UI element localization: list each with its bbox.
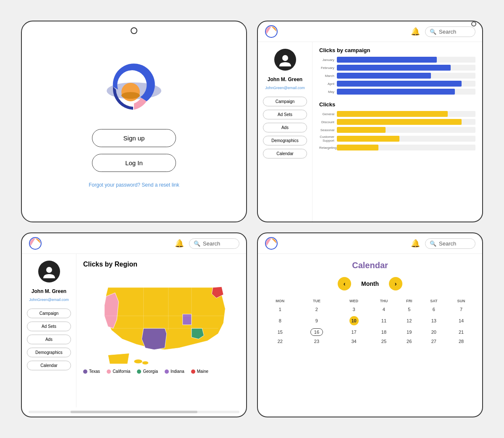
calendar-day[interactable]: 27 [420, 337, 447, 346]
calendar-day[interactable]: 4 [370, 305, 398, 314]
calendar-day[interactable]: 17 [338, 327, 370, 337]
calendar-day[interactable]: 6 [420, 305, 447, 314]
bar-fill [337, 127, 386, 133]
bar-track [337, 89, 475, 95]
chart-area: Clicks by campaign January February Marc… [312, 42, 482, 222]
user-name: John M. Green [268, 77, 302, 82]
bar-fill [337, 111, 448, 117]
calendar-day[interactable]: 1 [265, 305, 296, 314]
bar-track [337, 145, 475, 150]
calendar-day[interactable]: 8 [265, 314, 296, 327]
bar-label: January [319, 58, 334, 62]
calendar-day[interactable]: 28 [447, 337, 475, 346]
map-nav-campaign[interactable]: Campaign [27, 309, 71, 318]
calendar-day[interactable]: 22 [265, 337, 296, 346]
calendar-day[interactable]: 5 [398, 305, 420, 314]
login-tablet: Sign up Log In Forgot your password? Sen… [21, 21, 247, 222]
nav-ads[interactable]: Ads [263, 123, 307, 132]
signup-button[interactable]: Sign up [92, 129, 176, 147]
bar-fill [337, 136, 399, 142]
usa-map [83, 273, 239, 366]
day-header-thu: THU [370, 297, 398, 305]
map-tablet: 🔔 🔍 Search John M. Green JohnGreen@email… [21, 232, 247, 417]
map-bell-icon[interactable]: 🔔 [175, 239, 184, 248]
dashboard-header: 🔔 🔍 Search [258, 21, 482, 42]
svg-point-2 [121, 92, 140, 99]
calendar-day[interactable]: 23 [296, 337, 338, 346]
bar-fill [337, 81, 462, 87]
calendar-day[interactable]: 7 [447, 305, 475, 314]
calendar-day[interactable]: 11 [370, 314, 398, 327]
calendar-search-icon: 🔍 [430, 240, 436, 247]
map-nav-ads[interactable]: Ads [27, 335, 71, 344]
bar-fill [337, 65, 451, 71]
map-sidebar: John M. Green JohnGreen@email.com Campai… [22, 254, 76, 407]
search-box[interactable]: 🔍 Search [425, 26, 475, 37]
calendar-day[interactable]: 10 [338, 314, 370, 327]
bar-row: May [319, 89, 475, 95]
map-content: Clicks by Region [76, 254, 246, 407]
nav-calendar[interactable]: Calendar [263, 149, 307, 158]
bar-label: April [319, 82, 334, 86]
calendar-day[interactable]: 34 [338, 337, 370, 346]
calendar-header: 🔔 🔍 Search [258, 233, 482, 254]
sidebar: John M. Green JohnGreen@email.com Campai… [258, 42, 312, 222]
svg-point-9 [134, 359, 142, 364]
notification-bell-icon[interactable]: 🔔 [411, 27, 420, 36]
calendar-day[interactable]: 18 [370, 327, 398, 337]
calendar-day[interactable]: 20 [420, 327, 447, 337]
bar-label: May [319, 90, 334, 94]
calendar-search-box[interactable]: 🔍 Search [425, 238, 475, 249]
nav-demographics[interactable]: Demographics [263, 136, 307, 145]
legend-georgia: Georgia [137, 369, 158, 374]
svg-point-4 [269, 29, 273, 34]
bar-row: February [319, 65, 475, 71]
map-search-label: Search [203, 240, 220, 247]
map-nav-calendar[interactable]: Calendar [27, 361, 71, 370]
calendar-body: Calendar ‹ Month › MON TUE WED THU FRI S… [258, 254, 482, 417]
clicks-by-campaign-title: Clicks by campaign [319, 47, 475, 53]
search-icon: 🔍 [430, 29, 436, 35]
calendar-day[interactable]: 26 [398, 337, 420, 346]
calendar-bell-icon[interactable]: 🔔 [411, 239, 420, 248]
dashboard-tablet: 🔔 🔍 Search John M. Green JohnGreen@email… [257, 21, 483, 222]
calendar-day[interactable]: 12 [398, 314, 420, 327]
day-header-mon: MON [265, 297, 296, 305]
forgot-password-link[interactable]: Forgot your password? Send a reset link [89, 182, 179, 188]
prev-month-button[interactable]: ‹ [338, 277, 351, 290]
calendar-day[interactable]: 25 [370, 337, 398, 346]
nav-campaign[interactable]: Campaign [263, 97, 307, 106]
bar-row: General [319, 111, 475, 117]
calendar-day[interactable]: 3 [338, 305, 370, 314]
bar-fill [337, 57, 437, 63]
calendar-day[interactable]: 19 [398, 327, 420, 337]
map-title: Clicks by Region [83, 261, 239, 268]
calendar-day[interactable]: 15 [265, 327, 296, 337]
map-search-box[interactable]: 🔍 Search [189, 238, 239, 249]
login-button[interactable]: Log In [92, 154, 176, 172]
svg-point-10 [142, 361, 148, 364]
map-nav-adsets[interactable]: Ad Sets [27, 322, 71, 331]
bar-track [337, 119, 475, 125]
bar-row: Seasonal [319, 127, 475, 133]
map-nav-demographics[interactable]: Demographics [27, 348, 71, 357]
map-user-email: JohnGreen@email.com [29, 298, 69, 302]
search-label: Search [439, 29, 456, 35]
calendar-day[interactable]: 16 [296, 327, 338, 337]
bar-track [337, 81, 475, 87]
bar-row: Discount [319, 119, 475, 125]
bar-track [337, 127, 475, 133]
month-label: Month [361, 280, 379, 287]
calendar-day[interactable]: 13 [420, 314, 447, 327]
avatar [274, 49, 296, 71]
nav-adsets[interactable]: Ad Sets [263, 110, 307, 119]
calendar-day[interactable]: 2 [296, 305, 338, 314]
calendar-day[interactable]: 14 [447, 314, 475, 327]
bar-label: Seasonal [319, 128, 334, 132]
next-month-button[interactable]: › [389, 277, 402, 290]
calendar-day[interactable]: 9 [296, 314, 338, 327]
calendar-day[interactable]: 21 [447, 327, 475, 337]
bar-track [337, 57, 475, 63]
scroll-thumb[interactable] [71, 411, 197, 413]
bar-row: March [319, 73, 475, 79]
